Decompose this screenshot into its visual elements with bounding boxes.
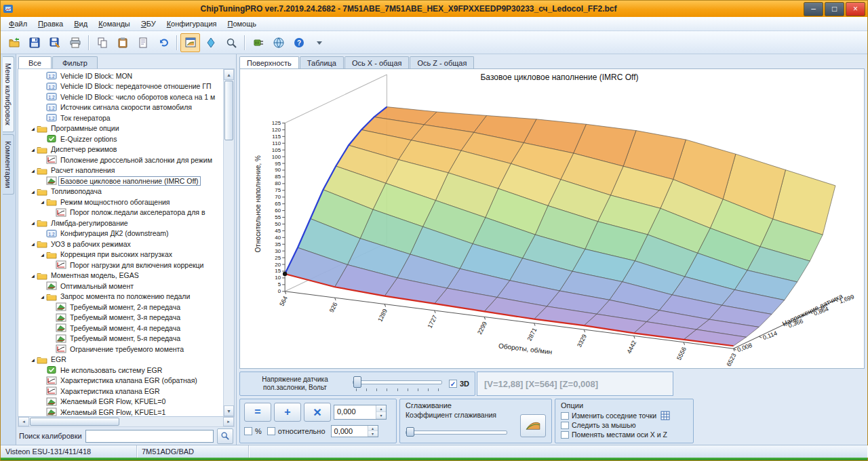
tree-expander-icon[interactable]: ◢ [39,199,46,204]
tree-item[interactable]: 1.2Vehicle ID Block: передаточное отноше… [18,81,223,92]
tree-item[interactable]: ◢УОЗ в рабочих режимах [18,239,223,249]
percent-checkbox[interactable]: % [244,427,262,435]
tree-expander-icon[interactable]: ◢ [29,126,37,131]
tree-item[interactable]: ◢Режим мощностного обогащения [18,197,223,207]
surface-view-button[interactable] [180,33,200,52]
spin-arrows[interactable]: ▴▾ [376,405,386,419]
tree-expander-icon[interactable]: ◢ [29,273,37,278]
multiply-value-button[interactable]: ✕ [304,403,331,422]
tree-item[interactable]: ◢Запрос момента по положению педали [18,292,223,302]
tree-item[interactable]: ◢Топливоподача [18,186,223,197]
close-button[interactable]: × [846,2,865,16]
side-tab-comments[interactable]: Комментарии [3,134,14,195]
scroll-up-icon[interactable]: ▲ [224,69,234,80]
spin-arrows[interactable]: ▴▾ [368,426,378,437]
tree-expander-icon[interactable]: ◢ [29,357,37,362]
tree-item[interactable]: Желаемый EGR Flow, KFUEL=1 [18,407,223,416]
tree-item[interactable]: ◢Программные опции [18,123,223,134]
tree-expander-icon[interactable]: ◢ [29,147,37,152]
tree-item[interactable]: 1.2Конфигурация ДК2 (downstream) [18,228,223,239]
slider-track[interactable] [353,380,442,384]
minimize-button[interactable]: – [804,2,823,16]
open-button[interactable] [4,33,24,52]
tree-item[interactable]: E-Quizzer options [18,134,223,144]
report-button[interactable] [133,33,153,52]
tree-expander-icon[interactable]: ◢ [39,252,46,257]
menu-view[interactable]: Вид [68,18,93,29]
tree-item[interactable]: Требуемый момент, 5-я передача [18,334,223,344]
menu-file[interactable]: Файл [3,18,33,29]
option-checkbox-0[interactable] [561,412,569,420]
zoom-button[interactable] [221,33,241,52]
paste-button[interactable] [113,33,132,52]
tree-item[interactable]: Требуемый момент, 2-я передача [18,302,223,313]
tree-item[interactable]: Требуемый момент, 4-я передача [18,323,223,334]
tree-tab-filter[interactable]: Фильтр [52,56,98,68]
search-input[interactable] [85,430,214,443]
tree-item[interactable]: Положение дроссельной заслонки для режим [18,155,223,165]
z-slice-slider[interactable] [353,375,442,393]
option-checkbox-1[interactable] [561,422,569,429]
apply-smoothing-button[interactable] [520,414,546,437]
menu-help[interactable]: Помощь [222,18,262,29]
tree-expander-icon[interactable]: ◢ [39,294,46,299]
tree-item[interactable]: Базовое цикловое наполнение (IMRC Off) [18,176,223,186]
tree-item[interactable]: ◢Коррекция при высоких нагрузках [18,249,223,260]
tree-item[interactable]: ◢Моментная модель, EGAS [18,270,223,281]
compare-button[interactable] [201,33,220,52]
tree-item[interactable]: Требуемый момент, 3-я передача [18,313,223,323]
relative-checkbox[interactable]: относительно [267,427,326,435]
tree-tab-all[interactable]: Все [18,56,52,68]
online-button[interactable] [269,33,288,52]
help-button[interactable]: ? [289,33,309,52]
tree-item[interactable]: ◢Лямбда-регулирование [18,218,223,228]
tree-expander-icon[interactable]: ◢ [29,189,37,194]
tree-item[interactable]: Порог полож.педали акселератора для в [18,207,223,218]
scrollbar-thumb[interactable] [224,81,233,140]
search-button[interactable] [217,428,233,444]
surface-plot[interactable]: 0510152025303540455055606570758085909510… [239,68,865,369]
smoothing-slider[interactable] [406,427,507,437]
tree-expander-icon[interactable]: ◢ [29,168,37,173]
tree-item[interactable]: Порог нагрузки для включения коррекци [18,260,223,270]
menu-configuration[interactable]: Конфигурация [161,18,222,29]
tree-item[interactable]: Характеристика клапана EGR [18,386,223,397]
tree-item[interactable]: Не использовать систему EGR [18,365,223,376]
scroll-left-icon[interactable]: ◂ [18,417,29,426]
tree-item[interactable]: ◢Расчет наполнения [18,165,223,176]
set-value-button[interactable]: = [244,403,271,422]
tree-expander-icon[interactable]: ◢ [29,241,37,246]
tree-item[interactable]: Желаемый EGR Flow, KFUEL=0 [18,397,223,407]
tab-axis-x[interactable]: Ось X - общая [344,56,410,68]
tab-axis-z[interactable]: Ось Z - общая [410,56,474,68]
maximize-button[interactable]: □ [825,2,844,16]
slider-track[interactable] [406,430,507,435]
tree-expander-icon[interactable]: ◢ [29,220,37,225]
tree-horizontal-scrollbar[interactable]: ◂ ▸ [18,417,235,427]
tree-item[interactable]: 1.2Vehicle ID Block: MON [18,71,223,81]
tree-item[interactable]: Оптимальный момент [18,281,223,292]
tab-surface[interactable]: Поверхность [239,56,299,68]
side-tab-calibration-menu[interactable]: Меню калибровок [3,56,14,132]
tree-item[interactable]: 1.2Ток генератора [18,113,223,123]
print-button[interactable] [65,33,85,52]
tab-table[interactable]: Таблица [300,56,344,68]
scrollbar-thumb[interactable] [30,418,119,426]
grid-icon[interactable] [660,411,670,420]
surface-chart[interactable]: 0510152025303540455055606570758085909510… [240,69,864,368]
tree-item[interactable]: ◢EGR [18,355,223,365]
tree-vertical-scrollbar[interactable]: ▲ ▼ [223,69,234,416]
scroll-down-icon[interactable]: ▼ [224,405,234,416]
copy-button[interactable] [92,33,112,52]
menu-ecu[interactable]: ЭБУ [136,18,161,29]
tree-item[interactable]: Характеристика клапана EGR (обратная) [18,376,223,386]
3d-checkbox[interactable]: ✓ 3D [449,380,469,388]
tree-item[interactable]: 1.2Источник сигнала скорости автомобиля [18,102,223,113]
relative-value-spinbox[interactable]: 0,000 ▴▾ [331,425,378,437]
tree-item[interactable]: 1.2Vehicle ID Block: число оборотов коле… [18,92,223,102]
read-ecu-button[interactable] [248,33,268,52]
value-spinbox[interactable]: 0,000 ▴▾ [334,405,387,420]
undo-button[interactable] [153,33,173,52]
add-value-button[interactable]: + [274,403,301,422]
save-button[interactable] [24,33,44,52]
